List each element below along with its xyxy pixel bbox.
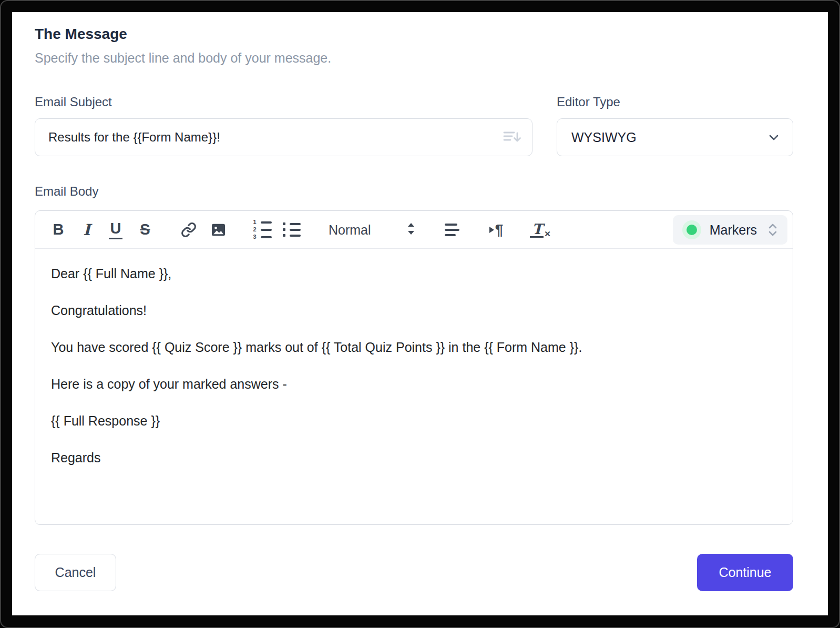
message-step-panel: The Message Specify the subject line and…: [12, 12, 828, 615]
email-body-label: Email Body: [35, 184, 98, 199]
body-paragraph: Regards: [51, 451, 777, 464]
email-subject-input[interactable]: Results for the {{Form Name}}!: [35, 118, 532, 156]
email-body-editor: B I U S: [35, 210, 793, 525]
editor-toolbar: B I U S: [35, 211, 793, 249]
insert-marker-icon[interactable]: [503, 129, 521, 145]
ordered-list-icon: 1 2 3: [253, 220, 272, 239]
clear-formatting-icon: T ✕: [530, 222, 551, 238]
strikethrough-icon: S: [140, 221, 150, 238]
clear-formatting-button[interactable]: T ✕: [530, 218, 551, 242]
editor-type-select[interactable]: WYSIWYG: [557, 118, 793, 156]
ordered-list-button[interactable]: 1 2 3: [252, 218, 273, 242]
bullet-list-button[interactable]: [281, 218, 302, 242]
editor-type-value: WYSIWYG: [571, 130, 637, 145]
email-body-textarea[interactable]: Dear {{ Full Name }}, Congratulations! Y…: [35, 249, 793, 507]
paragraph-style-select[interactable]: Normal: [329, 222, 371, 237]
markers-label: Markers: [710, 222, 757, 238]
underline-icon: U: [109, 220, 123, 239]
italic-button[interactable]: I: [76, 218, 97, 242]
body-paragraph: Here is a copy of your marked answers -: [51, 378, 777, 391]
body-paragraph: You have scored {{ Quiz Score }} marks o…: [51, 341, 777, 354]
italic-icon: I: [83, 221, 90, 239]
align-icon: [445, 224, 459, 236]
strikethrough-button[interactable]: S: [135, 218, 156, 242]
body-paragraph: Congratulations!: [51, 304, 777, 317]
screenshot-frame: The Message Specify the subject line and…: [0, 0, 840, 628]
email-subject-value: Results for the {{Form Name}}!: [48, 130, 503, 145]
markers-dropdown[interactable]: Markers: [673, 215, 787, 245]
chevron-down-icon: [766, 130, 781, 145]
image-icon: [210, 222, 227, 238]
page-subtitle: Specify the subject line and body of you…: [35, 50, 331, 66]
body-paragraph: {{ Full Response }}: [51, 414, 777, 428]
image-button[interactable]: [208, 218, 229, 242]
page-title: The Message: [35, 26, 127, 43]
bold-button[interactable]: B: [48, 218, 69, 242]
continue-button[interactable]: Continue: [697, 554, 793, 591]
editor-type-label: Editor Type: [557, 95, 620, 109]
updown-triangles-icon: [406, 221, 416, 236]
link-button[interactable]: [178, 218, 199, 242]
text-direction-button[interactable]: ¶: [486, 218, 507, 242]
cancel-button[interactable]: Cancel: [35, 554, 116, 591]
bold-icon: B: [53, 221, 64, 238]
align-button[interactable]: [442, 218, 463, 242]
paragraph-direction-icon: ¶: [489, 221, 504, 238]
style-updown-icon[interactable]: [406, 221, 416, 238]
email-subject-label: Email Subject: [35, 95, 112, 109]
marker-status-dot-icon: [687, 225, 697, 235]
underline-button[interactable]: U: [105, 218, 126, 242]
chevron-updown-icon: [767, 222, 778, 238]
bullet-list-icon: [283, 222, 301, 237]
link-icon: [181, 222, 197, 238]
body-paragraph: Dear {{ Full Name }},: [51, 267, 777, 280]
